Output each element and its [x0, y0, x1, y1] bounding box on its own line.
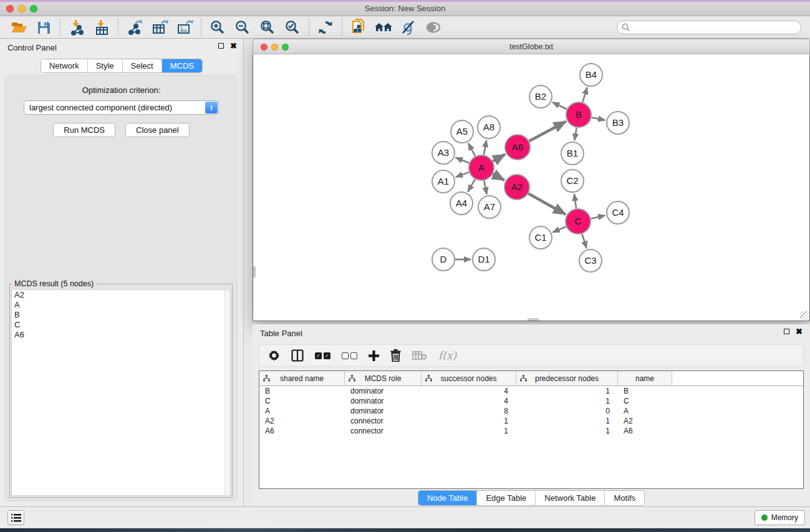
cell-successor-nodes[interactable]: 4	[422, 397, 516, 405]
tab-network-table[interactable]: Network Table	[535, 491, 604, 505]
open-file-icon[interactable]	[6, 18, 31, 37]
save-session-icon[interactable]	[31, 18, 56, 37]
edge-A-A8[interactable]	[484, 140, 486, 155]
tab-edge-table[interactable]: Edge Table	[476, 491, 535, 505]
edge-A6-B[interactable]	[529, 122, 566, 141]
tab-mcds[interactable]: MCDS	[162, 59, 202, 72]
import-table-icon[interactable]	[89, 18, 114, 37]
tab-select[interactable]: Select	[122, 59, 162, 72]
column-visibility-icon[interactable]	[291, 349, 304, 362]
zoom-out-icon[interactable]	[230, 18, 255, 37]
table-row[interactable]: A2connector11A2	[259, 416, 803, 426]
edge-A-A7[interactable]	[484, 181, 487, 195]
cell-shared-name[interactable]: B	[259, 387, 345, 395]
cell-name[interactable]: A	[618, 407, 672, 415]
edge-A-A4[interactable]	[468, 179, 475, 191]
select-all-icon[interactable]: ✓✓	[315, 352, 330, 359]
export-network-icon[interactable]	[122, 18, 147, 37]
cell-predecessor-nodes[interactable]: 1	[516, 397, 618, 405]
zoom-in-icon[interactable]	[205, 18, 230, 37]
column-header-shared-name[interactable]: shared name	[259, 371, 345, 385]
cell-successor-nodes[interactable]: 4	[422, 387, 516, 395]
toggle-graphics-details-icon[interactable]	[396, 18, 421, 37]
zoom-fit-icon[interactable]	[255, 18, 280, 37]
home-view-icon[interactable]	[371, 18, 396, 37]
tab-style[interactable]: Style	[87, 59, 122, 72]
edge-B-B3[interactable]	[592, 117, 605, 120]
column-header-predecessor-nodes[interactable]: predecessor nodes	[516, 371, 618, 385]
cell-shared-name[interactable]: C	[259, 397, 345, 405]
cell-MCDS-role[interactable]: connector	[345, 427, 422, 435]
export-table-icon[interactable]	[147, 18, 172, 37]
cell-name[interactable]: C	[618, 397, 672, 405]
edge-A-A3[interactable]	[456, 158, 470, 163]
net-minimize-button[interactable]	[271, 44, 278, 51]
cell-successor-nodes[interactable]: 8	[422, 407, 516, 415]
edge-A2-C[interactable]	[528, 193, 566, 214]
cell-MCDS-role[interactable]: dominator	[345, 407, 422, 415]
cell-MCDS-role[interactable]: dominator	[345, 387, 422, 395]
column-header-name[interactable]: name	[618, 371, 672, 385]
tab-node-table[interactable]: Node Table	[418, 491, 477, 505]
close-panel-icon[interactable]: ✖	[230, 43, 237, 49]
canvas-vscroll-thumb[interactable]	[253, 266, 256, 278]
table-row[interactable]: A6connector11A6	[259, 426, 803, 436]
result-item[interactable]: C	[12, 320, 230, 330]
cell-predecessor-nodes[interactable]: 0	[516, 407, 618, 415]
zoom-selected-icon[interactable]	[280, 18, 305, 37]
search-input[interactable]	[617, 21, 801, 34]
cell-name[interactable]: A6	[618, 427, 672, 435]
delete-column-trash-icon[interactable]	[390, 349, 401, 362]
close-panel-button[interactable]: Close panel	[125, 123, 190, 137]
cell-predecessor-nodes[interactable]: 1	[516, 387, 618, 395]
tab-network[interactable]: Network	[41, 59, 87, 72]
edge-B-B1[interactable]	[574, 128, 576, 141]
result-item[interactable]: A2	[12, 290, 230, 300]
edge-C-C2[interactable]	[574, 194, 576, 208]
export-image-icon[interactable]	[172, 18, 197, 37]
cell-name[interactable]: A2	[618, 417, 672, 425]
table-row[interactable]: Adominator80A	[259, 406, 803, 416]
edge-B-B2[interactable]	[552, 102, 567, 109]
edge-C-C4[interactable]	[591, 215, 605, 218]
deselect-all-icon[interactable]	[342, 352, 357, 359]
edge-A-A6[interactable]	[493, 154, 505, 161]
cell-successor-nodes[interactable]: 1	[422, 427, 516, 435]
cell-shared-name[interactable]: A	[259, 407, 345, 415]
table-row[interactable]: Bdominator41B	[259, 386, 803, 396]
minimize-window-button[interactable]	[18, 5, 26, 12]
cell-name[interactable]: B	[618, 387, 672, 395]
resize-grip-icon[interactable]	[800, 311, 809, 320]
canvas-hscroll-thumb[interactable]	[528, 318, 539, 321]
network-graph[interactable]: B4B2BB3A5A8A6A3AB1A1C2A2A4A7C4CC1DD1C3	[253, 54, 809, 320]
edge-C-C3[interactable]	[582, 234, 586, 248]
cell-predecessor-nodes[interactable]: 1	[516, 427, 618, 435]
mcds-result-list[interactable]: A2ABCA6	[11, 289, 231, 496]
network-canvas[interactable]: B4B2BB3A5A8A6A3AB1A1C2A2A4A7C4CC1DD1C3	[253, 54, 810, 321]
net-zoom-button[interactable]	[282, 44, 289, 51]
cell-MCDS-role[interactable]: dominator	[345, 397, 422, 405]
import-network-icon[interactable]	[64, 18, 89, 37]
cell-successor-nodes[interactable]: 1	[422, 417, 516, 425]
refresh-view-icon[interactable]	[313, 18, 338, 37]
zoom-window-button[interactable]	[30, 5, 37, 12]
result-item[interactable]: A6	[12, 330, 230, 340]
task-history-button[interactable]	[7, 510, 24, 525]
result-scrollbar[interactable]	[224, 290, 230, 495]
close-window-button[interactable]	[6, 5, 14, 12]
search-field[interactable]	[630, 23, 801, 32]
memory-button[interactable]: Memory	[755, 510, 805, 525]
column-header-MCDS-role[interactable]: MCDS role	[345, 371, 422, 385]
edge-A-A2[interactable]	[493, 174, 504, 180]
create-column-plus-icon[interactable]	[369, 351, 379, 361]
show-hide-panel-icon[interactable]	[421, 18, 446, 37]
criterion-dropdown[interactable]: largest connected component (directed) ▲…	[24, 100, 219, 115]
result-item[interactable]: A	[12, 300, 230, 310]
network-window-titlebar[interactable]: testGlobe.txt	[253, 39, 810, 54]
clone-network-icon[interactable]	[346, 18, 371, 37]
run-mcds-button[interactable]: Run MCDS	[53, 123, 115, 137]
edge-A-A5[interactable]	[468, 143, 475, 157]
cell-MCDS-role[interactable]: connector	[345, 417, 422, 425]
table-settings-gear-icon[interactable]	[268, 350, 280, 362]
column-header-successor-nodes[interactable]: successor nodes	[422, 371, 516, 385]
